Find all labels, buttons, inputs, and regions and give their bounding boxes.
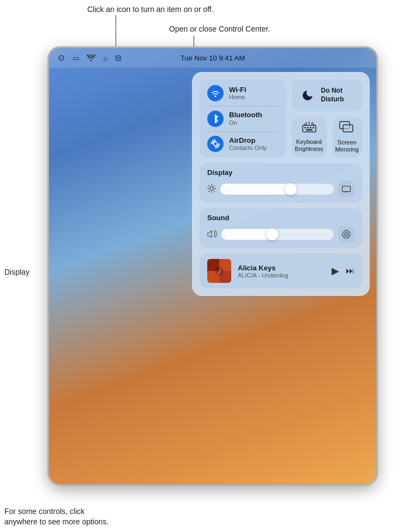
svg-rect-6 [312,127,314,129]
svg-rect-7 [306,129,312,131]
screen: ⊙ ▭ ⌕ ⊟ Tue Nov 10 9:41 AM [49,48,376,484]
svg-line-10 [311,123,312,124]
moon-icon [299,87,316,104]
display-button[interactable] [338,181,354,197]
media-play-icon[interactable]: ⊙ [58,53,65,63]
svg-line-11 [304,124,305,125]
keyboard-brightness-label: Keyboard Brightness [295,138,323,153]
svg-rect-14 [343,125,353,132]
connectivity-panel: Wi-Fi Home Bluetooth On [200,80,286,158]
cc-right-col: Do Not Disturb [292,80,362,158]
svg-line-23 [209,190,210,191]
cc-small-row: Keyboard Brightness Screen Mirroring [292,117,362,158]
wifi-item[interactable]: Wi-Fi Home [207,85,279,101]
svg-rect-3 [304,127,306,129]
fast-forward-button[interactable]: ⏭ [346,266,354,276]
svg-line-21 [214,190,215,191]
display-title: Display [207,168,354,177]
airplay-audio-button[interactable] [338,226,354,243]
svg-rect-24 [342,186,351,192]
svg-rect-2 [303,125,316,132]
screen-mirroring-icon [339,121,354,136]
annotation-open-close-cc: Open or close Control Center. [169,24,270,35]
now-playing-panel: ♪ Alicia Keys ALICIA - Underdog ▶ ⏭ [200,253,362,288]
display-section: Display [200,163,362,203]
control-center-icon[interactable]: ⊟ [115,53,122,62]
svg-point-29 [346,234,347,235]
battery-icon[interactable]: ▭ [73,54,79,62]
airdrop-title: AirDrop [229,136,267,145]
bluetooth-sub: On [229,119,262,126]
bluetooth-text: Bluetooth On [229,111,262,126]
annotation-more-options: For some controls, click anywhere to see… [4,506,109,528]
svg-line-22 [214,185,215,186]
screen-mirroring-button[interactable]: Screen Mirroring [332,117,362,158]
play-button[interactable]: ▶ [332,265,339,277]
divider-2 [207,131,279,132]
wifi-sub: Home [229,94,246,101]
sound-slider-row [207,226,354,243]
search-icon[interactable]: ⌕ [103,53,107,62]
svg-line-9 [306,123,307,124]
wifi-text: Wi-Fi Home [229,86,246,101]
album-art: ♪ [207,259,231,283]
svg-line-12 [313,124,314,125]
svg-text:♪: ♪ [218,268,221,275]
now-playing-controls: ▶ ⏭ [332,265,354,277]
keyboard-brightness-icon [302,122,316,136]
control-center-panel: Wi-Fi Home Bluetooth On [192,72,370,296]
bluetooth-item[interactable]: Bluetooth On [207,111,279,127]
do-not-disturb-button[interactable]: Do Not Disturb [292,80,362,111]
bluetooth-icon-circle [207,111,224,127]
wifi-title: Wi-Fi [229,86,246,94]
airdrop-sub: Contacts Only [229,144,267,152]
menu-bar: ⊙ ▭ ⌕ ⊟ Tue Nov 10 9:41 AM [49,48,376,68]
dnd-label: Do Not Disturb [321,87,344,104]
svg-point-0 [215,95,216,97]
now-playing-info: Alicia Keys ALICIA - Underdog [238,264,325,279]
divider-1 [207,106,279,106]
airdrop-item[interactable]: AirDrop Contacts Only [207,136,279,152]
menu-bar-datetime: Tue Nov 10 9:41 AM [181,54,245,62]
wifi-icon[interactable] [87,53,95,63]
menu-bar-left: ⊙ ▭ ⌕ ⊟ [58,53,122,63]
svg-point-1 [214,142,218,146]
annotation-display: Display [4,267,29,278]
sound-title: Sound [207,214,354,222]
keyboard-brightness-button[interactable]: Keyboard Brightness [292,117,327,158]
airdrop-text: AirDrop Contacts Only [229,136,267,152]
sound-slider[interactable] [221,229,334,240]
screen-mirroring-label: Screen Mirroring [335,139,359,153]
airdrop-icon-circle [207,136,224,152]
now-playing-title: Alicia Keys [238,264,325,272]
brightness-icon [207,184,216,195]
sound-section: Sound [200,208,362,248]
svg-line-20 [209,185,210,186]
annotation-turn-on-off: Click an icon to turn an item on or off. [87,4,214,15]
display-slider-row [207,181,354,197]
bluetooth-title: Bluetooth [229,111,262,119]
wifi-icon-circle [207,85,224,101]
now-playing-sub: ALICIA - Underdog [238,272,325,279]
volume-icon [207,230,217,239]
svg-point-15 [210,187,213,190]
svg-rect-4 [307,127,309,129]
cc-top-row: Wi-Fi Home Bluetooth On [200,80,362,158]
svg-rect-5 [310,127,311,129]
display-slider[interactable] [220,184,334,195]
